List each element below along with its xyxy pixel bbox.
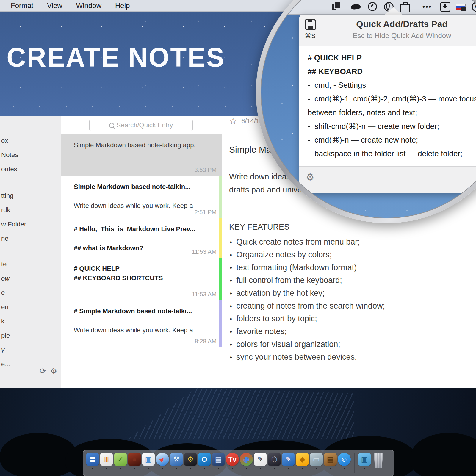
timer-icon[interactable] bbox=[367, 1, 378, 12]
note-row[interactable]: # Hello, This is Markdown Live Prev...--… bbox=[61, 218, 222, 258]
sidebar-item[interactable]: y bbox=[1, 346, 10, 354]
diamond-bullet-icon: ♦ bbox=[230, 287, 232, 300]
sidebar-item[interactable]: ne bbox=[1, 235, 26, 242]
cloud-icon[interactable] bbox=[350, 1, 361, 12]
dock-app-hex-dark[interactable]: ⬡ bbox=[268, 453, 281, 469]
dock-app-outlook[interactable]: O bbox=[198, 453, 211, 469]
note-row[interactable]: Simple Markdown based note-talking app.3… bbox=[61, 134, 222, 176]
running-indicator-dot bbox=[316, 468, 317, 469]
download-box-icon[interactable] bbox=[440, 1, 450, 12]
dock-glyph: ⚒ bbox=[173, 455, 180, 464]
search-input[interactable]: Search/Quick Entry bbox=[89, 120, 193, 131]
sidebar-item[interactable]: ox bbox=[1, 137, 18, 145]
quick-add-popup: ⌘S Quick Add/Drafts Pad Esc to Hide Quic… bbox=[299, 15, 476, 193]
keyboard-flag-icon[interactable] bbox=[456, 1, 467, 12]
search-area: Search/Quick Entry bbox=[61, 116, 222, 135]
menu-item-view[interactable]: View bbox=[47, 1, 62, 10]
menu-item-window[interactable]: Window bbox=[76, 1, 101, 10]
menu-item-format[interactable]: Format bbox=[11, 1, 33, 10]
feature-text: folders to sort by topic; bbox=[236, 312, 317, 325]
sidebar-item[interactable]: ow bbox=[1, 275, 10, 282]
notes-list: Simple Markdown based note-talking app.3… bbox=[61, 134, 222, 347]
running-indicator-dot bbox=[232, 468, 233, 469]
dock-app-xcode[interactable]: ⚒ bbox=[170, 453, 183, 469]
gear-icon[interactable]: ⚙ bbox=[306, 171, 314, 183]
dock-app-tv-red[interactable]: Tv bbox=[226, 453, 239, 469]
running-indicator-dot bbox=[288, 468, 289, 469]
photos-icon: ▣ bbox=[142, 453, 155, 466]
desktop: CREATE NOTES FormatViewWindowHelp oxNote… bbox=[0, 0, 476, 476]
diamond-bullet-icon: ♦ bbox=[230, 248, 232, 261]
sidebar-item[interactable]: te bbox=[1, 260, 10, 268]
dock-app-chrome[interactable]: ◉ bbox=[240, 453, 253, 469]
dock-app-folder-camera[interactable]: ▣ bbox=[358, 453, 371, 469]
sidebar-item[interactable]: k bbox=[1, 317, 10, 325]
dock-app-red-planet[interactable]: ● bbox=[128, 453, 141, 469]
dock-glyph: ▣ bbox=[145, 455, 152, 464]
dock-app-notes-doc[interactable]: ✎ bbox=[254, 453, 267, 469]
dock-app-safari[interactable]: ▲ bbox=[156, 453, 169, 469]
running-indicator-dot bbox=[274, 468, 275, 469]
mountain-cliff bbox=[128, 388, 354, 439]
translate-icon[interactable] bbox=[471, 1, 476, 12]
dock-trash[interactable] bbox=[372, 453, 385, 468]
dock-glyph: ▭ bbox=[313, 455, 320, 464]
note-line: --- bbox=[74, 234, 208, 243]
refresh-icon[interactable]: ⟳ bbox=[40, 367, 46, 376]
dock-glyph: ||| bbox=[104, 456, 109, 463]
sidebar-item[interactable]: tting bbox=[1, 192, 26, 200]
dock-app-office-stats[interactable]: ||| bbox=[100, 453, 113, 469]
copy-pages-icon[interactable] bbox=[331, 1, 341, 12]
dock-glyph: ✎ bbox=[285, 455, 291, 464]
menu-item-help[interactable]: Help bbox=[115, 1, 130, 10]
dock-app-dark-utility[interactable]: ⚙ bbox=[184, 453, 197, 469]
note-row[interactable]: # QUICK HELP## KEYBOARD SHORTCUTS11:53 A… bbox=[61, 258, 222, 300]
dock-app-bot-chat[interactable]: ☺ bbox=[338, 453, 351, 469]
sidebar-item[interactable]: e... bbox=[1, 360, 10, 368]
dock-app-landscape[interactable]: ▭ bbox=[310, 453, 323, 469]
section-heading: KEY FEATURES bbox=[229, 223, 289, 232]
running-indicator-dot bbox=[106, 468, 107, 469]
favorite-star-icon[interactable]: ☆ bbox=[229, 117, 237, 126]
dock-glyph: O bbox=[202, 455, 207, 464]
sidebar-item[interactable]: Notes bbox=[1, 151, 18, 159]
dock-app-sketch[interactable]: ◆ bbox=[296, 453, 309, 469]
sidebar-item[interactable]: w Folder bbox=[1, 220, 26, 228]
sidebar-item[interactable]: orites bbox=[1, 165, 18, 173]
note-timestamp: 11:53 AM bbox=[192, 291, 217, 298]
diamond-bullet-icon: ♦ bbox=[230, 312, 232, 325]
landscape-icon: ▭ bbox=[310, 453, 323, 466]
popup-help-line: - cmd(⌘)-n — create new note; bbox=[308, 133, 476, 147]
dock-app-photos[interactable]: ▣ bbox=[142, 453, 155, 469]
dock-app-leather-book[interactable]: ▤ bbox=[324, 453, 337, 469]
dock-app-word-blue[interactable]: ≣ bbox=[86, 453, 99, 469]
dock-app-blue-pen[interactable]: ✎ bbox=[282, 453, 295, 469]
sidebar-item[interactable]: en bbox=[1, 303, 10, 311]
dock-app-tasks-check[interactable]: ✓ bbox=[114, 453, 127, 469]
dock-glyph: ◆ bbox=[300, 455, 305, 464]
running-indicator-dot bbox=[176, 468, 177, 469]
feature-item: ♦Organaize notes by colors; bbox=[230, 248, 385, 261]
feature-text: Organaize notes by colors; bbox=[236, 248, 332, 261]
note-row[interactable]: Simple Markdown based note-talkin...Writ… bbox=[61, 176, 222, 218]
dock-app-blue-files[interactable]: ▤ bbox=[212, 453, 225, 469]
feature-item: ♦activation by the hot key; bbox=[230, 287, 385, 300]
popup-header: ⌘S Quick Add/Drafts Pad Esc to Hide Quic… bbox=[299, 15, 476, 46]
sidebar-item[interactable]: ple bbox=[1, 332, 10, 339]
note-color-stripe bbox=[219, 300, 222, 347]
sidebar-group: oxNotesorites bbox=[1, 137, 18, 173]
sidebar-item[interactable]: e bbox=[1, 289, 10, 297]
gear-icon[interactable]: ⚙ bbox=[50, 367, 57, 376]
red-planet-icon: ● bbox=[128, 453, 141, 466]
safari-icon: ▲ bbox=[156, 453, 169, 466]
note-line: Simple Markdown based note-talking app. bbox=[74, 140, 208, 150]
sidebar-item[interactable]: rdk bbox=[1, 206, 26, 214]
running-indicator-dot bbox=[190, 468, 191, 469]
popup-help-line: between folders, notes and text; bbox=[308, 106, 476, 119]
floppy-disk-icon bbox=[305, 19, 316, 30]
feature-text: creating of notes from the search window… bbox=[236, 300, 385, 312]
note-line: # QUICK HELP bbox=[74, 264, 208, 273]
feature-text: activation by the hot key; bbox=[236, 287, 325, 300]
ellipsis-icon[interactable]: ••• bbox=[422, 1, 433, 12]
note-row[interactable]: # Simple Markdown based note-talki...Wri… bbox=[61, 300, 222, 347]
